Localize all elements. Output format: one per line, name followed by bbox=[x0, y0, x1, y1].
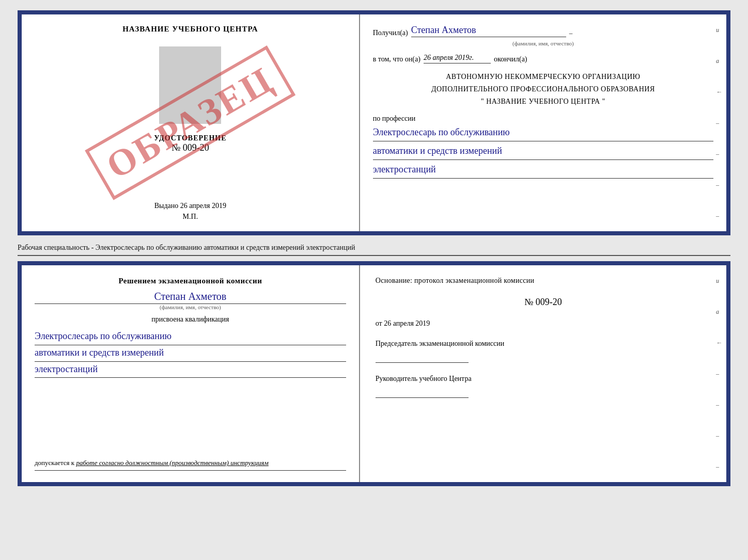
top-left-title: НАЗВАНИЕ УЧЕБНОГО ЦЕНТРА bbox=[122, 25, 258, 34]
dopuskaetsya-label: допускается к bbox=[35, 459, 74, 467]
fio-label-top: (фамилия, имя, отчество) bbox=[373, 40, 713, 46]
po-professii-label: по профессии bbox=[373, 115, 713, 123]
bottom-prof-line3: электростанций bbox=[35, 362, 346, 378]
bottom-prof-line1: Электрослесарь по обслуживанию bbox=[35, 329, 346, 345]
osnovanie-title: Основание: протокол экзаменационной коми… bbox=[376, 277, 711, 285]
udostoverenie-title: УДОСТОВЕРЕНИЕ bbox=[154, 134, 226, 142]
udostoverenie-block: УДОСТОВЕРЕНИЕ № 009-20 bbox=[154, 134, 226, 153]
bottom-right-panel: Основание: протокол экзаменационной коми… bbox=[360, 265, 726, 482]
recipient-name: Степан Ахметов bbox=[411, 25, 566, 37]
profession-line1: Электрослесарь по обслуживанию bbox=[373, 125, 713, 141]
org-block: АВТОНОМНУЮ НЕКОММЕРЧЕСКУЮ ОРГАНИЗАЦИЮ ДО… bbox=[373, 71, 713, 107]
protocol-number: № 009-20 bbox=[376, 297, 711, 308]
separator-text: Рабочая специальность - Электрослесарь п… bbox=[18, 241, 730, 256]
top-right-panel: Получил(а) Степан Ахметов – (фамилия, им… bbox=[360, 14, 726, 231]
top-document: НАЗВАНИЕ УЧЕБНОГО ЦЕНТРА УДОСТОВЕРЕНИЕ №… bbox=[18, 10, 730, 235]
fio-label-bottom: (фамилия, имя, отчество) bbox=[35, 304, 346, 310]
applicant-name-block: Степан Ахметов (фамилия, имя, отчество) bbox=[35, 291, 346, 310]
dopuskaetsya-block: допускается к работе согласно должностны… bbox=[35, 459, 346, 471]
right-side-marks-top: и а ← – – – – bbox=[716, 14, 722, 231]
profession-line2: автоматики и средств измерений bbox=[373, 143, 713, 160]
chairman-label: Председатель экзаменационной комиссии bbox=[376, 340, 711, 348]
right-side-marks-bottom: и а ← – – – – bbox=[716, 265, 722, 482]
poluchil-label: Получил(а) bbox=[373, 29, 408, 37]
org-line2: ДОПОЛНИТЕЛЬНОГО ПРОФЕССИОНАЛЬНОГО ОБРАЗО… bbox=[373, 83, 713, 95]
bottom-document: Решением экзаменационной комиссии Степан… bbox=[18, 261, 730, 486]
udostoverenie-number: № 009-20 bbox=[154, 142, 226, 153]
prisvoena-text: присвоена квалификация bbox=[35, 315, 346, 324]
org-line3: " НАЗВАНИЕ УЧЕБНОГО ЦЕНТРА " bbox=[373, 95, 713, 108]
okonchil-label: окончил(а) bbox=[494, 55, 527, 63]
vuidano-block: Выдано 26 апреля 2019 bbox=[154, 202, 226, 210]
chairman-block: Председатель экзаменационной комиссии bbox=[376, 340, 711, 363]
protocol-date-value: 26 апреля 2019 bbox=[384, 319, 430, 327]
vtom-line: в том, что он(а) 26 апреля 2019г. окончи… bbox=[373, 54, 713, 63]
protocol-date: от 26 апреля 2019 bbox=[376, 319, 711, 328]
vuidano-label: Выдано bbox=[154, 202, 179, 210]
profession-block: по профессии Электрослесарь по обслужива… bbox=[373, 115, 713, 178]
qualification-block: Электрослесарь по обслуживанию автоматик… bbox=[35, 329, 346, 378]
mp-block: М.П. bbox=[183, 213, 198, 221]
rukovoditel-label: Руководитель учебного Центра bbox=[376, 375, 711, 383]
profession-line3: электростанций bbox=[373, 162, 713, 179]
dash: – bbox=[569, 29, 573, 37]
photo-placeholder bbox=[159, 46, 221, 124]
chairman-signature-line bbox=[376, 362, 469, 363]
vuidano-date: 26 апреля 2019 bbox=[180, 202, 226, 210]
rukovoditel-block: Руководитель учебного Центра bbox=[376, 375, 711, 398]
dopusk-text: работе согласно должностным (производств… bbox=[76, 459, 268, 467]
bottom-left-panel: Решением экзаменационной комиссии Степан… bbox=[22, 265, 360, 482]
ot-label: от bbox=[376, 319, 382, 327]
vtom-date: 26 апреля 2019г. bbox=[424, 54, 491, 63]
bottom-prof-line2: автоматики и средств измерений bbox=[35, 345, 346, 362]
dopusk-line bbox=[35, 470, 346, 471]
org-line1: АВТОНОМНУЮ НЕКОММЕРЧЕСКУЮ ОРГАНИЗАЦИЮ bbox=[373, 71, 713, 83]
rukovoditel-signature-line bbox=[376, 397, 469, 398]
vtom-label: в том, что он(а) bbox=[373, 55, 420, 63]
applicant-name: Степан Ахметов bbox=[35, 291, 346, 304]
top-left-panel: НАЗВАНИЕ УЧЕБНОГО ЦЕНТРА УДОСТОВЕРЕНИЕ №… bbox=[22, 14, 360, 231]
received-line: Получил(а) Степан Ахметов – bbox=[373, 25, 713, 37]
resheniem-title: Решением экзаменационной комиссии bbox=[35, 277, 346, 285]
